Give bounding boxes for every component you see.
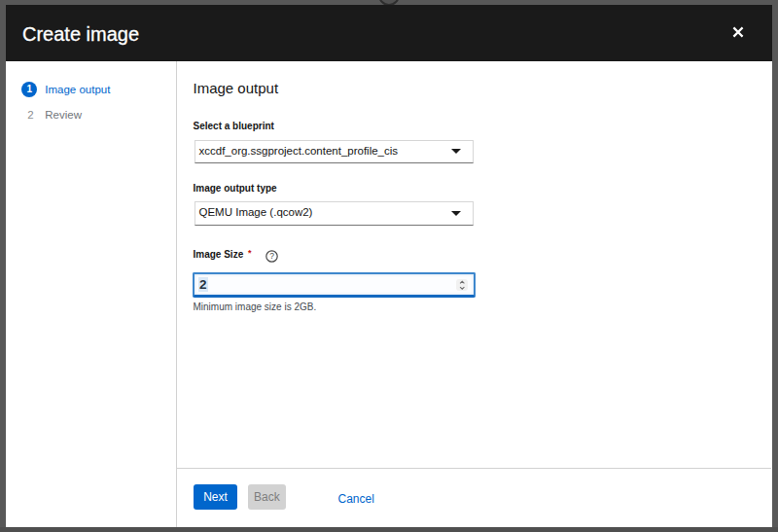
svg-text:?: ? [269, 251, 274, 261]
